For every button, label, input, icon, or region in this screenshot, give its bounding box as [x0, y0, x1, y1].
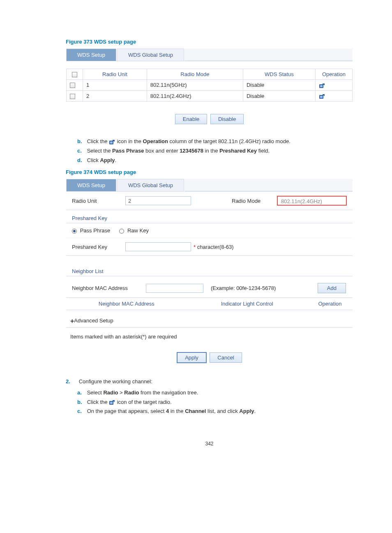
cancel-button[interactable]: Cancel — [210, 352, 242, 363]
col-indicator-light: Indicator Light Control — [187, 298, 308, 310]
add-button[interactable]: Add — [318, 283, 346, 293]
step-d-text: Click Apply. — [87, 157, 117, 163]
step-b-text: Click the icon in the Operation column o… — [87, 138, 291, 144]
step-label-c: c. — [77, 146, 85, 156]
raw-key-label: Raw Key — [127, 227, 149, 234]
edit-icon — [109, 138, 115, 144]
col-wds-status: WDS Status — [243, 69, 315, 80]
neighbor-list-section: Neighbor List — [66, 263, 353, 276]
pass-phrase-label: Pass Phrase — [80, 227, 111, 234]
step-2: 2. Configure the working channel: a. Sel… — [66, 377, 353, 416]
svg-rect-5 — [110, 141, 113, 144]
apply-button[interactable]: Apply — [177, 352, 207, 363]
step-label-a: a. — [77, 388, 85, 398]
row-checkbox[interactable] — [70, 94, 75, 99]
wds-setup-ui-373: WDS Setup WDS Global Setup Radio Unit Ra… — [66, 48, 353, 129]
required-note: Items marked with an asterisk(*) are req… — [66, 327, 353, 340]
col-neighbor-mac: Neighbor MAC Address — [66, 298, 187, 310]
advanced-setup-toggle[interactable]: +Advanced Setup — [66, 310, 353, 327]
radio-table: Radio Unit Radio Mode WDS Status Operati… — [66, 69, 353, 102]
svg-rect-7 — [110, 402, 113, 404]
col-operation: Operation — [307, 298, 353, 310]
preshared-key-input[interactable] — [125, 242, 191, 251]
tab-bar: WDS Setup WDS Global Setup — [66, 179, 353, 192]
neighbor-mac-label: Neighbor MAC Address — [72, 285, 146, 291]
edit-icon — [109, 399, 115, 405]
wds-setup-ui-374: WDS Setup WDS Global Setup Radio Unit Ra… — [66, 178, 353, 368]
raw-key-radio[interactable] — [119, 229, 124, 234]
neighbor-mac-example: (Example: 00fe-1234-5678) — [211, 285, 276, 291]
svg-rect-1 — [320, 85, 323, 87]
figure-373-caption: Figure 373 WDS setup page — [66, 39, 353, 45]
step-2b-text: Click the icon of the target radio. — [87, 399, 172, 405]
cell-radio-mode: 802.11n(2.4GHz) — [147, 90, 243, 102]
step-label-c: c. — [77, 407, 85, 416]
preshared-key-label: Preshared Key — [72, 244, 125, 250]
radio-unit-label: Radio Unit — [72, 198, 125, 204]
page-number: 342 — [66, 441, 353, 447]
step-2c-text: On the page that appears, select 4 in th… — [87, 408, 256, 414]
step-label-d: d. — [77, 156, 85, 165]
select-all-checkbox[interactable] — [72, 72, 77, 77]
tab-wds-global[interactable]: WDS Global Setup — [117, 179, 184, 191]
col-radio-mode: Radio Mode — [147, 69, 243, 80]
step-c-text: Select the Pass Phrase box and enter 123… — [87, 148, 270, 154]
radio-mode-label: Radio Mode — [232, 198, 277, 204]
tab-wds-setup[interactable]: WDS Setup — [66, 179, 116, 191]
svg-rect-3 — [320, 96, 323, 98]
cell-wds-status: Disable — [243, 80, 315, 91]
cell-wds-status: Disable — [243, 90, 315, 102]
step-number: 2. — [66, 377, 77, 386]
neighbor-table-header: Neighbor MAC Address Indicator Light Con… — [66, 297, 353, 310]
tab-wds-global[interactable]: WDS Global Setup — [117, 49, 184, 61]
tab-wds-setup[interactable]: WDS Setup — [66, 49, 116, 61]
edit-icon[interactable] — [319, 93, 325, 99]
radio-unit-input[interactable] — [125, 196, 191, 205]
row-checkbox[interactable] — [70, 83, 75, 88]
step-label-b: b. — [77, 137, 85, 146]
col-operation: Operation — [316, 69, 353, 80]
instruction-steps: b. Click the icon in the Operation colum… — [77, 137, 353, 165]
cell-radio-mode: 802.11n(5GHz) — [147, 80, 243, 91]
edit-icon[interactable] — [319, 82, 325, 88]
plus-icon: + — [70, 317, 74, 324]
preshared-key-section: Preshared Key — [66, 210, 353, 223]
cell-radio-unit: 2 — [83, 90, 147, 102]
enable-button[interactable]: Enable — [175, 114, 207, 124]
pk-hint: * character(8-63) — [194, 244, 234, 250]
table-row: 1 802.11n(5GHz) Disable — [67, 80, 353, 91]
col-radio-unit: Radio Unit — [83, 69, 147, 80]
step-2-text: Configure the working channel: — [79, 378, 152, 385]
pass-phrase-radio[interactable] — [72, 229, 77, 234]
table-row: 2 802.11n(2.4GHz) Disable — [67, 90, 353, 102]
step-label-b: b. — [77, 398, 85, 407]
radio-mode-value: 802.11n(2.4GHz) — [277, 196, 347, 206]
neighbor-mac-input[interactable] — [146, 284, 203, 293]
step-2a-text: Select Radio > Radio from the navigation… — [87, 389, 198, 396]
cell-radio-unit: 1 — [83, 80, 147, 91]
disable-button[interactable]: Disable — [210, 114, 244, 124]
figure-374-caption: Figure 374 WDS setup page — [66, 169, 353, 175]
tab-bar: WDS Setup WDS Global Setup — [66, 49, 353, 61]
